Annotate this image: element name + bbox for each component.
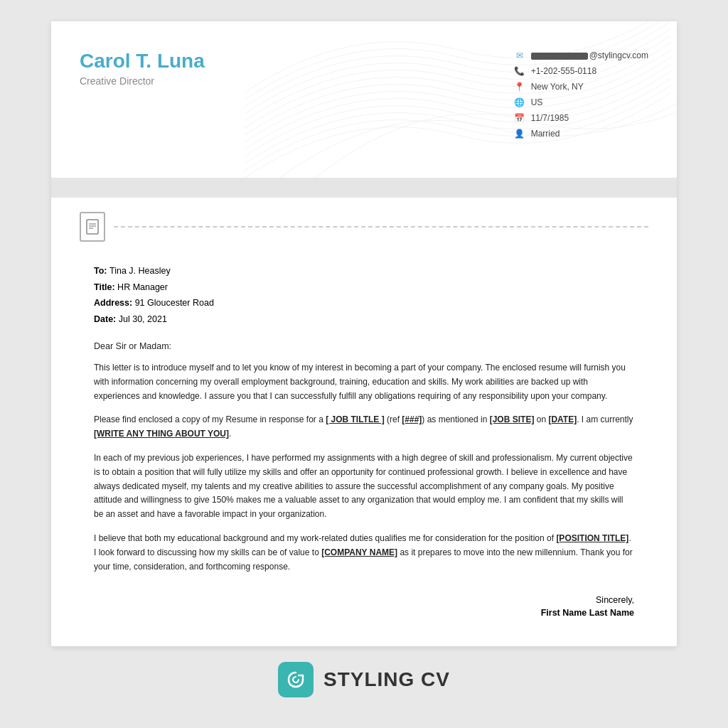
letter-paragraph-4: I believe that both my educational backg… xyxy=(94,532,634,574)
title-line: Title: HR Manager xyxy=(94,279,634,296)
brand-name: STYLING CV xyxy=(323,668,450,691)
calendar-icon: 📅 xyxy=(514,112,525,124)
contact-email: ✉ @stylingcv.com xyxy=(514,50,648,61)
to-line: To: Tina J. Heasley xyxy=(94,263,634,279)
gray-divider-bar xyxy=(51,178,677,198)
separator-section xyxy=(51,198,677,249)
resume-header: Carol T. Luna Creative Director ✉ @styli… xyxy=(51,21,677,178)
document-icon xyxy=(80,212,105,242)
contact-country: 🌐 US xyxy=(514,97,648,108)
globe-icon: 🌐 xyxy=(514,97,525,108)
phone-value: +1-202-555-0118 xyxy=(531,66,596,76)
contact-info: ✉ @stylingcv.com 📞 +1-202-555-0118 📍 New… xyxy=(514,50,648,139)
svg-rect-0 xyxy=(87,220,98,234)
letter-paragraph-2: Please find enclosed a copy of my Resume… xyxy=(94,413,634,441)
date-line: Date: Jul 30, 2021 xyxy=(94,311,634,328)
dob-value: 11/7/1985 xyxy=(531,113,569,123)
letter-closing: Sincerely, First Name Last Name xyxy=(94,595,634,618)
dashed-separator xyxy=(114,226,648,228)
letter-greeting: Dear Sir or Madam: xyxy=(94,341,634,351)
country-value: US xyxy=(531,97,543,107)
contact-dob: 📅 11/7/1985 xyxy=(514,112,648,124)
address-line: Address: 91 Gloucester Road xyxy=(94,295,634,311)
letter-to-block: To: Tina J. Heasley Title: HR Manager Ad… xyxy=(94,263,634,327)
location-value: New York, NY xyxy=(531,82,584,92)
email-redacted-bar xyxy=(531,53,588,60)
branding-footer: STYLING CV xyxy=(51,646,677,705)
contact-phone: 📞 +1-202-555-0118 xyxy=(514,65,648,77)
email-value: @stylingcv.com xyxy=(531,50,648,60)
contact-marital: 👤 Married xyxy=(514,128,648,139)
email-icon: ✉ xyxy=(514,50,525,61)
phone-icon: 📞 xyxy=(514,65,525,77)
location-icon: 📍 xyxy=(514,81,525,92)
marital-value: Married xyxy=(531,129,560,139)
resume-document: Carol T. Luna Creative Director ✉ @styli… xyxy=(51,21,677,646)
person-icon: 👤 xyxy=(514,128,525,139)
closing-word: Sincerely, xyxy=(94,595,634,605)
letter-body: To: Tina J. Heasley Title: HR Manager Ad… xyxy=(51,249,677,646)
letter-paragraph-3: In each of my previous job experiences, … xyxy=(94,451,634,522)
letter-paragraph-1: This letter is to introduce myself and t… xyxy=(94,361,634,403)
brand-logo xyxy=(278,662,314,697)
contact-location: 📍 New York, NY xyxy=(514,81,648,92)
closing-name: First Name Last Name xyxy=(94,608,634,618)
page-wrapper: Carol T. Luna Creative Director ✉ @styli… xyxy=(51,21,677,705)
